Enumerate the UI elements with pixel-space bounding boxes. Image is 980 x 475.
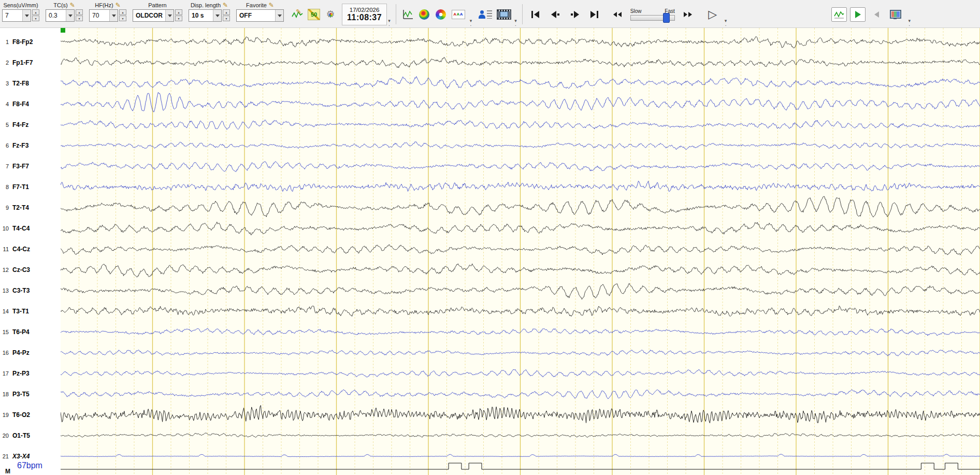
channel-label-row[interactable]: 12Cz-C3 <box>0 265 61 275</box>
chevron-down-icon <box>165 10 174 21</box>
edit-pencil-icon[interactable]: ✎ <box>70 2 75 8</box>
notch-filter-50hz-icon[interactable]: 50 <box>307 7 321 22</box>
channel-name: F3-F7 <box>12 163 29 170</box>
remote-monitor-icon[interactable] <box>887 6 904 23</box>
start-review-button[interactable] <box>850 7 866 22</box>
channel-name: F8-F4 <box>12 100 29 108</box>
speed-slider-handle[interactable] <box>663 13 670 23</box>
speed-slider-track[interactable] <box>630 15 675 21</box>
channel-label-row[interactable]: 3T2-F8 <box>0 79 61 88</box>
channel-name: F8-Fp2 <box>12 38 33 46</box>
favorite-group: Favorite ✎ OFF <box>236 1 284 27</box>
montage-edit-icon[interactable]: ✎ <box>290 7 305 22</box>
pattern-label: Pattern <box>148 2 166 8</box>
channel-name: Fz-F3 <box>12 142 28 149</box>
channel-label-row[interactable]: 21X3-X4 <box>0 452 61 461</box>
channel-label-row[interactable]: 8F7-T1 <box>0 182 61 192</box>
sensitivity-select[interactable]: 7 <box>2 9 31 22</box>
pattern-select[interactable]: OLDCOR <box>133 9 174 22</box>
maps-more-caret[interactable]: ▾. <box>470 1 472 27</box>
display-length-value: 10 s <box>189 10 213 21</box>
channel-label-row[interactable]: 20O1-T5 <box>0 431 61 440</box>
channel-name: F7-T1 <box>12 183 29 191</box>
channel-number: 15 <box>0 329 9 335</box>
channel-name: C4-Cz <box>12 246 30 253</box>
chevron-down-icon <box>22 10 31 21</box>
playback-speed-slider[interactable]: Slow Fast <box>630 8 675 21</box>
channel-label-row[interactable]: 6Fz-F3 <box>0 141 61 150</box>
pattern-spinner[interactable]: ▲▼ <box>175 9 182 21</box>
time-constant-spinner[interactable]: ▲▼ <box>76 9 83 21</box>
channel-label-row[interactable]: 13C3-T3 <box>0 286 61 295</box>
main-area: 67bpm M 1F8-Fp22Fp1-F73T2-F84F8-F45F4-Fz… <box>0 28 980 475</box>
page-forward-button[interactable] <box>566 6 584 23</box>
channel-label-row[interactable]: 5F4-Fz <box>0 120 61 129</box>
display-length-select[interactable]: 10 s <box>189 9 222 22</box>
channel-label-row[interactable]: 7F3-F7 <box>0 162 61 171</box>
channel-number: 3 <box>0 80 9 87</box>
channel-label-row[interactable]: 4F8-F4 <box>0 99 61 109</box>
favorite-select[interactable]: OFF <box>236 9 284 22</box>
channel-label-row[interactable]: 11C4-Cz <box>0 244 61 254</box>
play-button[interactable]: ▷ <box>704 6 722 23</box>
channel-label-row[interactable]: 9T2-T4 <box>0 203 61 212</box>
play-more-caret[interactable]: ▾. <box>725 1 727 27</box>
skip-to-start-button[interactable] <box>527 6 544 23</box>
amplitude-map-icon[interactable]: AAA <box>450 7 467 22</box>
pattern-group: Pattern OLDCOR ▲▼ <box>133 1 182 27</box>
channel-number: 16 <box>0 350 9 356</box>
channel-label-row[interactable]: 17Pz-P3 <box>0 369 61 378</box>
channel-label-row[interactable]: 1F8-Fp2 <box>0 37 61 47</box>
channel-name: P3-T5 <box>12 391 30 398</box>
channel-label-row[interactable]: 2Fp1-F7 <box>0 58 61 67</box>
channel-number: 11 <box>0 246 9 252</box>
channel-name: T4-C4 <box>12 225 30 232</box>
channel-name: O1-T5 <box>12 432 30 439</box>
heart-rate-text: 67bpm <box>17 461 42 470</box>
patient-info-icon[interactable] <box>476 7 495 22</box>
right-more-caret[interactable]: ▾. <box>908 1 911 27</box>
high-filter-spinner[interactable]: ▲▼ <box>119 9 126 21</box>
toolbar: Sens(uV/mm) 7 ▲▼ TC(s) ✎ 0.3 ▲▼ <box>0 0 980 28</box>
chevron-down-icon <box>275 10 283 21</box>
channel-label-row[interactable]: 10T4-C4 <box>0 224 61 233</box>
channel-label-row[interactable]: 15T6-P4 <box>0 327 61 337</box>
datetime-more-caret[interactable]: ▾. <box>388 1 391 27</box>
channel-number: 5 <box>0 122 9 128</box>
trace-area[interactable] <box>61 28 980 475</box>
color-map-icon[interactable] <box>434 7 448 22</box>
head-topography-icon[interactable] <box>417 7 431 22</box>
display-length-group: Disp. length ✎ 10 s ▲▼ <box>189 1 230 27</box>
settings-gear-icon[interactable]: ⚙ <box>323 7 338 22</box>
rewind-button[interactable] <box>609 6 626 23</box>
edit-pencil-icon[interactable]: ✎ <box>116 2 121 8</box>
fast-forward-button[interactable] <box>679 6 697 23</box>
channel-label-row[interactable]: 16P4-Pz <box>0 348 61 357</box>
video-review-icon[interactable] <box>497 9 511 20</box>
chevron-down-icon <box>66 10 74 21</box>
time-constant-value: 0.3 <box>46 10 66 21</box>
sensitivity-spinner[interactable]: ▲▼ <box>32 9 39 21</box>
high-filter-select[interactable]: 70 <box>89 9 118 22</box>
time-constant-select[interactable]: 0.3 <box>46 9 75 22</box>
display-length-spinner[interactable]: ▲▼ <box>223 9 230 21</box>
channel-name: T3-T1 <box>12 308 29 315</box>
page-back-button[interactable] <box>546 6 564 23</box>
trace-review-screen-button[interactable] <box>831 7 847 22</box>
channel-number: 19 <box>0 412 9 418</box>
channel-label-row[interactable]: 14T3-T1 <box>0 307 61 316</box>
edit-pencil-icon[interactable]: ✎ <box>269 2 274 8</box>
collapse-panel-button[interactable] <box>869 7 884 22</box>
trend-chart-icon[interactable] <box>400 7 415 22</box>
channel-name: Fp1-F7 <box>12 59 33 66</box>
edit-pencil-icon[interactable]: ✎ <box>223 2 228 8</box>
channel-label-row[interactable]: 19T6-O2 <box>0 410 61 420</box>
channel-number: 7 <box>0 163 9 169</box>
channel-number: 4 <box>0 101 9 107</box>
sensitivity-group: Sens(uV/mm) 7 ▲▼ <box>2 1 39 27</box>
separator <box>396 4 396 24</box>
skip-to-end-button[interactable] <box>586 6 603 23</box>
media-more-caret[interactable]: ▾. <box>514 1 517 27</box>
channel-number: 17 <box>0 370 9 377</box>
channel-label-row[interactable]: 18P3-T5 <box>0 390 61 399</box>
